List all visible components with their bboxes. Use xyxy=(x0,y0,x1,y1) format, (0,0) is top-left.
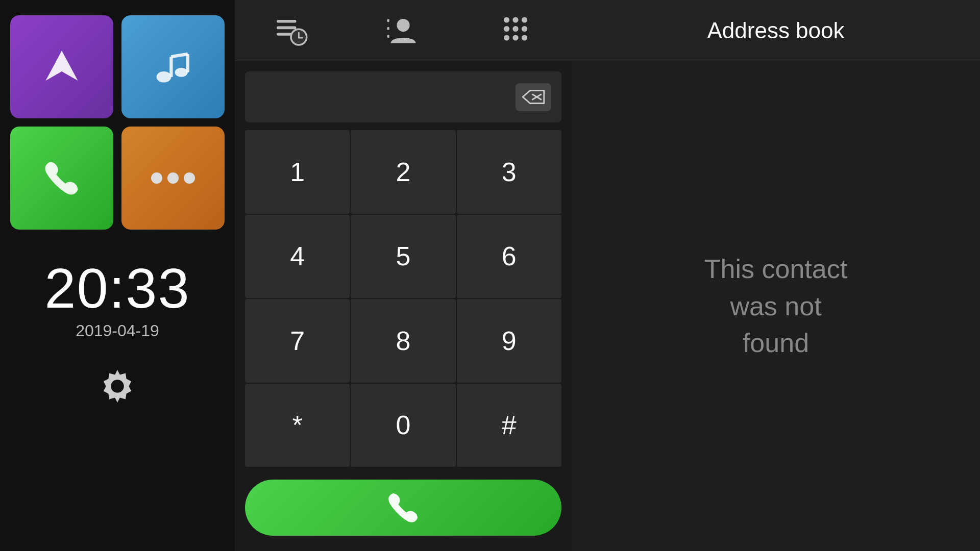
dial-button-2[interactable]: 2 xyxy=(351,130,455,214)
dial-button-8[interactable]: 8 xyxy=(351,299,455,383)
svg-point-14 xyxy=(397,18,409,31)
time-display: 20:33 xyxy=(44,260,190,316)
svg-point-18 xyxy=(504,17,509,22)
svg-rect-9 xyxy=(277,26,297,29)
call-history-tab[interactable] xyxy=(258,8,324,54)
call-button-container xyxy=(235,472,572,551)
dialpad-icon xyxy=(498,13,533,48)
svg-point-25 xyxy=(512,35,518,40)
svg-point-26 xyxy=(522,35,527,40)
settings-button[interactable] xyxy=(97,366,138,409)
svg-point-19 xyxy=(512,17,518,22)
call-button-icon xyxy=(383,487,424,528)
backspace-button[interactable] xyxy=(516,83,551,111)
phone-icon xyxy=(39,155,85,201)
contact-not-found-message: This contactwas notfound xyxy=(704,251,847,362)
gear-icon xyxy=(97,366,138,407)
dial-button-star[interactable]: * xyxy=(245,384,350,467)
nav-icon xyxy=(39,44,85,90)
svg-point-23 xyxy=(522,26,527,31)
dialpad-grid: 1 2 3 4 5 6 7 8 9 * 0 # xyxy=(245,130,561,467)
date-display: 2019-04-19 xyxy=(44,321,190,340)
app-tile-more[interactable] xyxy=(121,127,225,230)
dial-display xyxy=(245,71,561,122)
svg-point-24 xyxy=(504,35,509,40)
time-section: 20:33 2019-04-19 xyxy=(44,260,190,340)
svg-rect-16 xyxy=(387,27,389,30)
dialpad-tab[interactable] xyxy=(482,8,549,54)
svg-point-7 xyxy=(111,380,124,393)
dial-button-5[interactable]: 5 xyxy=(351,215,455,298)
svg-marker-0 xyxy=(46,51,78,81)
address-book-header: Address book xyxy=(572,0,980,61)
contacts-tab[interactable] xyxy=(370,8,436,54)
app-tile-navigation[interactable] xyxy=(10,15,113,118)
app-tile-phone[interactable] xyxy=(10,127,113,230)
dial-button-9[interactable]: 9 xyxy=(457,299,561,383)
more-dots-icon xyxy=(151,172,195,184)
svg-point-1 xyxy=(157,71,172,83)
dial-button-6[interactable]: 6 xyxy=(457,215,561,298)
middle-panel: 1 2 3 4 5 6 7 8 9 * 0 # xyxy=(235,0,572,551)
dial-button-4[interactable]: 4 xyxy=(245,215,350,298)
svg-point-21 xyxy=(504,26,509,31)
top-nav-bar xyxy=(235,0,572,61)
dial-button-0[interactable]: 0 xyxy=(351,384,455,467)
address-book-content: This contactwas notfound xyxy=(572,61,980,551)
call-history-icon xyxy=(273,13,309,48)
svg-point-2 xyxy=(175,68,188,77)
music-icon xyxy=(150,44,196,90)
dial-button-1[interactable]: 1 xyxy=(245,130,350,214)
address-book-title: Address book xyxy=(707,18,844,43)
app-grid xyxy=(10,15,225,230)
svg-point-20 xyxy=(522,17,527,22)
dial-button-hash[interactable]: # xyxy=(457,384,561,467)
right-panel: Address book This contactwas notfound xyxy=(572,0,980,551)
svg-point-22 xyxy=(512,26,518,31)
contacts-icon xyxy=(385,13,421,48)
dial-button-7[interactable]: 7 xyxy=(245,299,350,383)
call-button[interactable] xyxy=(245,480,561,536)
backspace-icon xyxy=(521,87,546,107)
svg-line-5 xyxy=(171,54,187,57)
dial-button-3[interactable]: 3 xyxy=(457,130,561,214)
svg-rect-15 xyxy=(387,19,389,22)
svg-rect-17 xyxy=(387,35,389,38)
left-panel: 20:33 2019-04-19 xyxy=(0,0,235,551)
svg-rect-8 xyxy=(277,20,297,23)
app-tile-music[interactable] xyxy=(121,15,225,118)
